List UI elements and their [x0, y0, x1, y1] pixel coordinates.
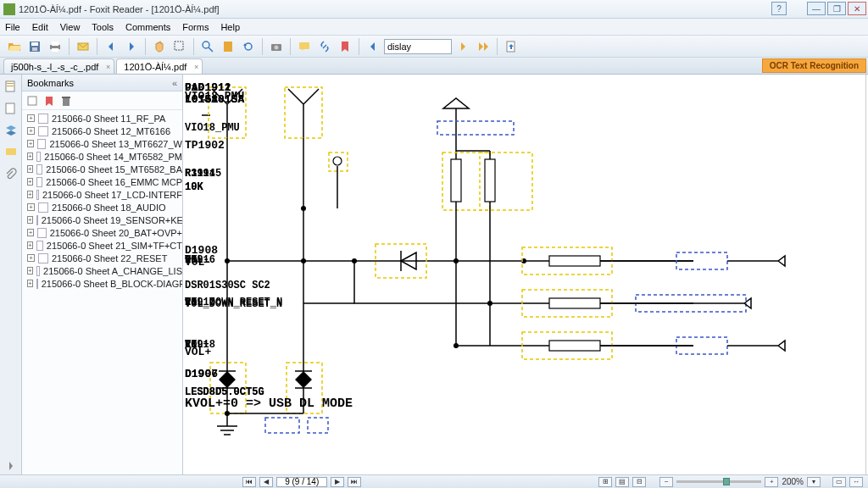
find-prev-icon[interactable]	[364, 37, 382, 56]
bookmark-item[interactable]: +215066-0 Sheet 17_LCD-INTERF	[22, 188, 182, 201]
email-icon[interactable]	[74, 37, 92, 56]
menu-tools[interactable]: Tools	[92, 22, 114, 32]
collapse-panel-icon[interactable]	[3, 458, 19, 474]
document-tab-2[interactable]: 1201Ö-Àĺ¼.pdf×	[116, 58, 203, 74]
schematic-drawing	[185, 75, 866, 474]
bookmark-label: 215066-0 Sheet 11_RF_PA	[52, 114, 165, 124]
svg-rect-22	[62, 97, 70, 98]
bookmark-item[interactable]: +215066-0 Sheet 14_MT6582_PM	[22, 150, 182, 163]
expand-icon[interactable]: +	[27, 114, 35, 122]
bookmark-item[interactable]: +215066-0 Sheet B_BLOCK-DIAGR	[22, 277, 182, 290]
menu-help[interactable]: Help	[220, 22, 240, 32]
next-page-button[interactable]: ▶	[331, 477, 344, 487]
first-page-button[interactable]: ⏮	[242, 477, 256, 487]
zoom-dropdown-icon[interactable]: ▾	[807, 477, 821, 487]
bookmark-item[interactable]: +215066-0 Sheet 11_RF_PA	[22, 112, 182, 125]
fit-width-icon[interactable]: ↔	[849, 477, 863, 487]
prev-page-button[interactable]: ◀	[259, 477, 273, 487]
snapshot-icon[interactable]	[267, 37, 286, 56]
comment-icon[interactable]	[295, 37, 314, 56]
svg-rect-58	[265, 418, 299, 433]
bookmark-item[interactable]: +215066-0 Sheet 22_RESET	[22, 252, 182, 264]
pages-panel-icon[interactable]	[3, 100, 19, 117]
svg-rect-1	[31, 42, 38, 46]
ocr-ad-button[interactable]: OCR Text Recognition	[762, 58, 866, 73]
bookmarks-title: Bookmarks	[27, 78, 74, 88]
title-bar: 1201Ö-Àĺ¼.pdf - Foxit Reader - [1201Ö-Àĺ…	[0, 0, 868, 19]
bookmark-item[interactable]: +215066-0 Sheet 20_BAT+OVP+	[22, 226, 182, 239]
bookmarks-panel-icon[interactable]	[3, 78, 19, 95]
menu-file[interactable]: File	[5, 22, 20, 32]
attachments-panel-icon[interactable]	[3, 166, 19, 183]
menu-forms[interactable]: Forms	[182, 22, 209, 32]
note-text: KVOL+=0 => USB DL MODE	[185, 396, 353, 411]
zoom-out-button[interactable]: −	[659, 477, 673, 487]
hide-panel-button[interactable]: «	[172, 78, 177, 88]
svg-rect-21	[63, 98, 70, 106]
help-button[interactable]: ?	[771, 2, 787, 15]
new-bookmark-icon[interactable]	[42, 94, 56, 108]
open-icon[interactable]	[5, 37, 24, 56]
find-next-icon[interactable]	[453, 37, 472, 56]
restore-button[interactable]: ❐	[827, 2, 846, 15]
fit-page-icon[interactable]: ▭	[832, 477, 846, 487]
save-icon[interactable]	[25, 37, 44, 56]
next-view-icon[interactable]	[122, 37, 141, 56]
close-button[interactable]: ✕	[848, 2, 866, 15]
net-label: VOL-	[185, 256, 211, 269]
document-tab-1[interactable]: j500h-s_-l_-s_-c_.pdf×	[3, 58, 114, 74]
page-input[interactable]	[276, 477, 327, 487]
svg-rect-13	[299, 42, 309, 49]
page-viewport[interactable]: 910 101SA PAD1911 L015101SA PAD1912 L015…	[183, 75, 868, 474]
last-page-button[interactable]: ⏭	[348, 477, 361, 487]
bookmark-item[interactable]: +215066-0 Sheet 12_MT6166	[22, 125, 182, 137]
layout-facing-icon[interactable]: ⊟	[632, 477, 646, 487]
bookmark-item[interactable]: +215066-0 Sheet A_CHANGE_LIS	[22, 264, 182, 277]
delete-bookmark-icon[interactable]	[59, 94, 73, 108]
svg-rect-5	[52, 48, 58, 52]
print-icon[interactable]	[46, 37, 64, 56]
minimize-button[interactable]: —	[807, 2, 826, 15]
net-label: VIO18_PMU	[185, 122, 240, 134]
bookmark-item[interactable]: +215066-0 Sheet 13_MT6627_W	[22, 137, 182, 150]
zoom-in-button[interactable]: +	[765, 477, 778, 487]
net-label: VIO18_PMU	[185, 90, 244, 103]
menu-edit[interactable]: Edit	[32, 22, 48, 32]
link-icon[interactable]	[315, 37, 334, 56]
bookmark-icon[interactable]	[336, 37, 354, 56]
bookmark-item[interactable]: +215066-0 Sheet 21_SIM+TF+CT	[22, 239, 182, 252]
find-input[interactable]	[384, 39, 452, 54]
menu-comments[interactable]: Comments	[125, 22, 170, 32]
prev-view-icon[interactable]	[102, 37, 120, 56]
r-val: 10K	[185, 181, 203, 193]
close-tab-icon[interactable]: ×	[194, 63, 198, 71]
hand-icon[interactable]	[150, 37, 169, 56]
find-options-icon[interactable]	[474, 37, 492, 56]
layout-single-icon[interactable]: ⊞	[598, 477, 612, 487]
svg-rect-7	[175, 42, 183, 50]
close-tab-icon[interactable]: ×	[106, 63, 110, 71]
rotate-icon[interactable]	[239, 37, 258, 56]
export-icon[interactable]	[502, 37, 520, 56]
bookmark-item[interactable]: +215066-0 Sheet 15_MT6582_BA	[22, 163, 182, 175]
bookmark-item[interactable]: +215066-0 Sheet 18_AUDIO	[22, 201, 182, 214]
zoom-icon[interactable]	[198, 37, 217, 56]
zoom-slider[interactable]	[676, 480, 761, 483]
svg-point-57	[225, 411, 230, 416]
menu-view[interactable]: View	[60, 22, 81, 32]
layout-continuous-icon[interactable]: ▤	[615, 477, 629, 487]
window-title: 1201Ö-Àĺ¼.pdf - Foxit Reader - [1201Ö-Àĺ…	[19, 4, 220, 14]
fit-width-icon[interactable]	[219, 37, 237, 56]
select-icon[interactable]	[170, 37, 189, 56]
comments-panel-icon[interactable]	[3, 144, 19, 161]
bookmark-item[interactable]: +215066-0 Sheet 16_EMMC MCP	[22, 175, 182, 188]
svg-line-9	[209, 47, 213, 52]
svg-rect-10	[224, 42, 232, 52]
bookmark-item[interactable]: +215066-0 Sheet 19_SENSOR+KE	[22, 214, 182, 226]
svg-rect-27	[442, 152, 490, 210]
expand-all-icon[interactable]	[25, 94, 39, 108]
layers-panel-icon[interactable]	[3, 122, 19, 139]
doc-icon	[38, 114, 48, 124]
svg-point-47	[453, 343, 459, 348]
svg-rect-16	[7, 83, 14, 84]
